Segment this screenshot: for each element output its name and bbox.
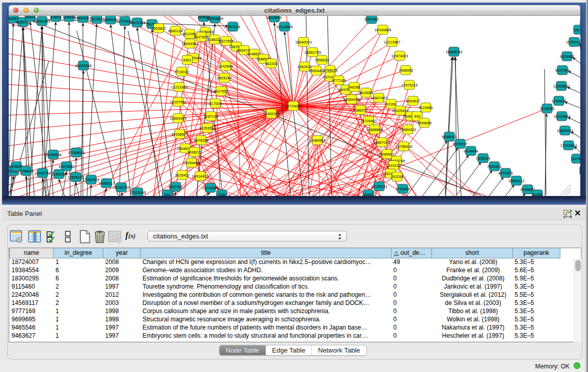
svg-text:14136141: 14136141	[371, 184, 387, 189]
svg-text:18724007: 18724007	[285, 104, 301, 108]
svg-text:9084067: 9084067	[380, 152, 394, 157]
svg-text:2935114: 2935114	[476, 156, 490, 161]
svg-text:62160: 62160	[386, 102, 396, 106]
svg-text:8878354: 8878354	[194, 138, 208, 143]
svg-text:9227349: 9227349	[555, 68, 570, 73]
svg-text:20053346: 20053346	[75, 63, 92, 68]
svg-text:1145194: 1145194	[52, 172, 66, 177]
svg-text:18807249: 18807249	[374, 140, 390, 145]
svg-text:16154808: 16154808	[375, 28, 391, 32]
svg-text:12923445: 12923445	[129, 190, 146, 195]
svg-text:2803144: 2803144	[217, 76, 231, 80]
svg-text:12213967: 12213967	[384, 40, 400, 45]
svg-text:19218506: 19218506	[276, 25, 293, 29]
svg-text:9242848: 9242848	[219, 64, 233, 69]
svg-text:18300295: 18300295	[263, 112, 279, 116]
svg-text:16053809: 16053809	[207, 16, 223, 21]
svg-text:16648784: 16648784	[446, 50, 462, 54]
svg-text:92450: 92450	[532, 192, 542, 196]
svg-text:20206536: 20206536	[45, 152, 61, 157]
svg-text:8471676: 8471676	[498, 171, 513, 176]
svg-text:1527602: 1527602	[90, 17, 104, 21]
svg-text:3267130: 3267130	[204, 114, 218, 119]
svg-text:1244418: 1244418	[552, 99, 566, 103]
svg-text:817006: 817006	[209, 101, 222, 106]
svg-text:9329966: 9329966	[560, 54, 574, 59]
svg-text:17957225: 17957225	[83, 178, 99, 182]
svg-text:10654112: 10654112	[508, 179, 525, 183]
svg-text:7357224: 7357224	[226, 25, 240, 29]
svg-text:9327508: 9327508	[219, 39, 233, 43]
svg-text:9699695: 9699695	[417, 121, 431, 125]
svg-text:16782759: 16782759	[113, 185, 129, 190]
svg-text:10958117: 10958117	[98, 181, 115, 186]
svg-text:16640910: 16640910	[295, 40, 312, 45]
svg-text:9457791: 9457791	[168, 185, 183, 189]
svg-text:10653267: 10653267	[75, 16, 91, 20]
svg-text:944: 944	[164, 192, 170, 196]
svg-text:1156829: 1156829	[19, 169, 33, 173]
svg-text:3215955: 3215955	[540, 106, 554, 111]
svg-text:9777169: 9777169	[332, 78, 346, 83]
svg-text:9115460: 9115460	[419, 105, 433, 110]
svg-text:7625402: 7625402	[175, 173, 189, 178]
svg-text:7386372: 7386372	[353, 108, 367, 113]
svg-text:382203: 382203	[265, 61, 277, 66]
svg-text:16961755: 16961755	[304, 50, 321, 55]
svg-text:1733426: 1733426	[396, 187, 410, 191]
svg-text:2718119: 2718119	[175, 70, 189, 74]
svg-text:934: 934	[414, 114, 420, 119]
svg-text:9327503: 9327503	[194, 35, 208, 39]
svg-text:7955812: 7955812	[315, 58, 329, 62]
svg-text:11353594: 11353594	[199, 126, 215, 130]
svg-text:9463627: 9463627	[406, 99, 420, 103]
svg-text:8938923: 8938923	[442, 135, 456, 139]
svg-text:17359924: 17359924	[68, 150, 84, 155]
svg-text:8990443: 8990443	[309, 69, 323, 73]
svg-text:19166829: 19166829	[171, 132, 188, 137]
svg-text:6379197: 6379197	[453, 142, 467, 146]
svg-text:19756928: 19756928	[396, 144, 412, 149]
svg-text:18107552: 18107552	[170, 100, 186, 104]
svg-text:746266: 746266	[348, 85, 360, 90]
svg-text:7485063: 7485063	[399, 68, 413, 73]
svg-text:10807487: 10807487	[371, 96, 387, 100]
svg-text:15716485: 15716485	[202, 186, 219, 190]
svg-text:19654923: 19654923	[400, 127, 416, 132]
svg-text:12505135: 12505135	[68, 175, 84, 180]
svg-text:10973493: 10973493	[391, 54, 408, 58]
svg-text:8813054: 8813054	[267, 16, 281, 20]
svg-text:8660124: 8660124	[168, 29, 183, 33]
svg-text:12204: 12204	[580, 168, 580, 173]
svg-text:14099489: 14099489	[183, 161, 200, 165]
svg-text:9474444: 9474444	[464, 149, 478, 154]
svg-text:10653: 10653	[51, 16, 61, 19]
svg-text:9901: 9901	[183, 58, 191, 62]
svg-text:6466160: 6466160	[103, 17, 118, 22]
svg-text:19654925: 19654925	[170, 116, 186, 121]
svg-text:15692971: 15692971	[557, 128, 573, 133]
svg-text:106532: 106532	[63, 16, 75, 19]
svg-text:116753: 116753	[571, 157, 580, 161]
svg-text:16671355: 16671355	[129, 20, 145, 25]
svg-text:252254: 252254	[391, 174, 403, 179]
svg-text:16914479: 16914479	[192, 174, 208, 179]
svg-text:10688609: 10688609	[366, 127, 383, 132]
svg-text:20364436: 20364436	[343, 97, 360, 102]
svg-text:7663822: 7663822	[151, 26, 166, 31]
svg-text:33975887: 33975887	[58, 164, 75, 169]
svg-text:12213369: 12213369	[171, 85, 187, 90]
svg-text:17975115: 17975115	[401, 83, 418, 87]
svg-text:7632621: 7632621	[487, 164, 502, 169]
svg-text:19384554: 19384554	[309, 138, 325, 143]
svg-text:16405: 16405	[363, 192, 374, 196]
svg-text:15720407: 15720407	[360, 119, 377, 123]
svg-text:15751074: 15751074	[566, 40, 580, 45]
svg-text:1292: 1292	[217, 192, 226, 196]
svg-text:1615132: 1615132	[386, 163, 401, 168]
svg-text:8427552: 8427552	[214, 89, 228, 94]
svg-text:11170: 11170	[574, 28, 580, 32]
svg-text:20691406: 20691406	[34, 19, 50, 24]
svg-text:16210643: 16210643	[554, 114, 570, 119]
svg-text:3498222: 3498222	[187, 150, 202, 155]
